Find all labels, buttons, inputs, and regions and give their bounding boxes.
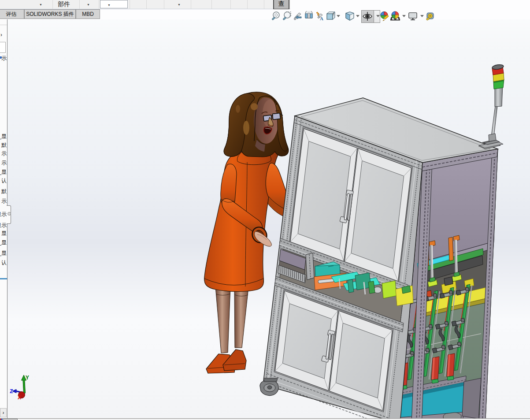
svg-text:Z: Z	[10, 388, 13, 395]
svg-text:Y: Y	[26, 375, 29, 381]
svg-text:X: X	[18, 394, 21, 401]
svg-text:A: A	[320, 16, 323, 21]
